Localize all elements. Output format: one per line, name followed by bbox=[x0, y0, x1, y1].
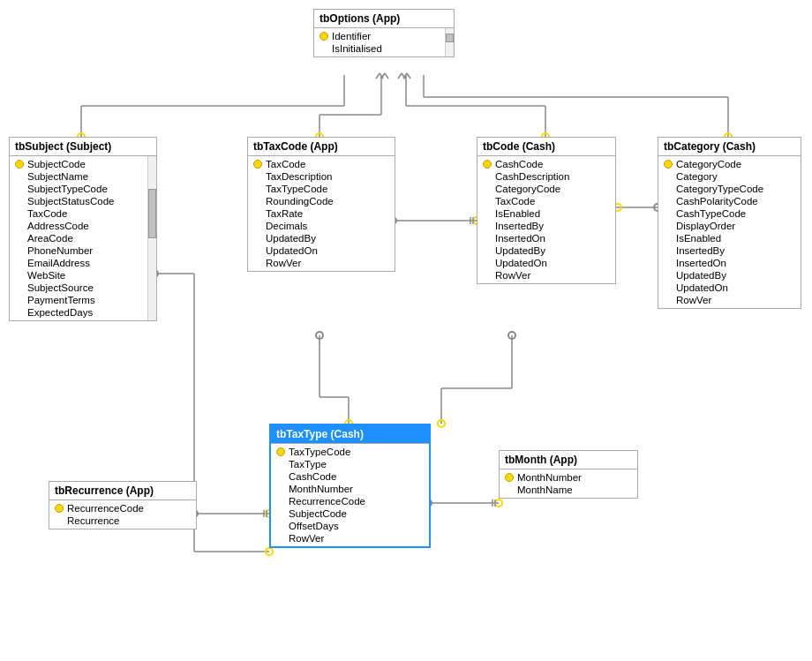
field-row: CashDescription bbox=[477, 170, 615, 183]
field-row: CashTypeCode bbox=[658, 207, 801, 220]
svg-line-57 bbox=[407, 73, 410, 79]
field-row: EmailAddress bbox=[10, 257, 146, 269]
field-row: CashPolarityCode bbox=[658, 195, 801, 207]
field-row: CategoryCode bbox=[477, 183, 615, 195]
field-row: SubjectSource bbox=[10, 282, 146, 294]
field-row: UpdatedOn bbox=[477, 257, 615, 269]
table-tbMonth: tbMonth (App) MonthNumber MonthName bbox=[499, 450, 638, 499]
field-row: TaxCode bbox=[10, 207, 146, 220]
table-tbCategory-body: CategoryCode Category CategoryTypeCode C… bbox=[658, 156, 801, 308]
pk-icon bbox=[320, 32, 328, 41]
table-tbMonth-header: tbMonth (App) bbox=[500, 451, 637, 469]
table-tbCode-body: CashCode CashDescription CategoryCode Ta… bbox=[477, 156, 615, 283]
table-tbTaxType-header: tbTaxType (Cash) bbox=[271, 425, 429, 444]
field-row: InsertedBy bbox=[658, 244, 801, 257]
table-tbCategory-header: tbCategory (Cash) bbox=[658, 138, 801, 156]
diagram-canvas: tbOptions (App) Identifier IsInitialised… bbox=[0, 0, 812, 661]
scrollbar[interactable] bbox=[147, 156, 156, 320]
field-row: IsEnabled bbox=[477, 207, 615, 220]
pk-icon bbox=[276, 447, 285, 456]
field-row: RowVer bbox=[248, 257, 395, 269]
field-row: WebSite bbox=[10, 269, 146, 282]
field-row: TaxRate bbox=[248, 207, 395, 220]
field-row: UpdatedBy bbox=[477, 244, 615, 257]
field-row: InsertedBy bbox=[477, 220, 615, 232]
field-row: Identifier bbox=[314, 30, 443, 42]
field-row: TaxTypeCode bbox=[271, 446, 429, 458]
field-row: UpdatedBy bbox=[248, 232, 395, 244]
table-tbOptions-header: tbOptions (App) bbox=[314, 10, 454, 28]
pk-icon bbox=[664, 160, 673, 169]
svg-point-30 bbox=[438, 420, 445, 427]
field-row: RowVer bbox=[658, 294, 801, 306]
field-row: CategoryCode bbox=[658, 158, 801, 170]
table-tbTaxCode: tbTaxCode (App) TaxCode TaxDescription T… bbox=[247, 137, 395, 272]
connections-svg bbox=[0, 0, 812, 661]
field-row: InsertedOn bbox=[658, 257, 801, 269]
field-row: TaxCode bbox=[477, 195, 615, 207]
field-row: SubjectCode bbox=[10, 158, 146, 170]
table-tbTaxType: tbTaxType (Cash) TaxTypeCode TaxType Cas… bbox=[269, 424, 431, 548]
table-tbTaxCode-body: TaxCode TaxDescription TaxTypeCode Round… bbox=[248, 156, 395, 271]
table-tbSubject-header: tbSubject (Subject) bbox=[10, 138, 156, 156]
field-row: DisplayOrder bbox=[658, 220, 801, 232]
svg-line-51 bbox=[380, 73, 383, 79]
svg-point-20 bbox=[266, 548, 273, 555]
field-row: CashCode bbox=[271, 470, 429, 483]
field-row: RecurrenceCode bbox=[271, 495, 429, 507]
field-row: TaxDescription bbox=[248, 170, 395, 183]
table-tbRecurrence-body: RecurrenceCode Recurrence bbox=[49, 500, 196, 529]
field-row: ExpectedDays bbox=[10, 306, 146, 319]
svg-line-52 bbox=[381, 73, 385, 79]
field-row: RecurrenceCode bbox=[49, 502, 196, 515]
table-tbTaxCode-header: tbTaxCode (App) bbox=[248, 138, 395, 156]
field-row: UpdatedOn bbox=[248, 244, 395, 257]
table-tbSubject: tbSubject (Subject) SubjectCode SubjectN… bbox=[9, 137, 157, 321]
field-row: PaymentTerms bbox=[10, 294, 146, 306]
field-row: AddressCode bbox=[10, 220, 146, 232]
field-row: CashCode bbox=[477, 158, 615, 170]
field-row: Category bbox=[658, 170, 801, 183]
field-row: UpdatedBy bbox=[658, 269, 801, 282]
table-tbMonth-body: MonthNumber MonthName bbox=[500, 469, 637, 498]
field-row: OffsetDays bbox=[271, 520, 429, 532]
field-row: RowVer bbox=[477, 269, 615, 282]
field-row: RowVer bbox=[271, 532, 429, 545]
field-row: RoundingCode bbox=[248, 195, 395, 207]
table-tbRecurrence-header: tbRecurrence (App) bbox=[49, 482, 196, 500]
field-row: SubjectStatusCode bbox=[10, 195, 146, 207]
field-row: MonthNumber bbox=[500, 471, 637, 484]
table-tbRecurrence: tbRecurrence (App) RecurrenceCode Recurr… bbox=[49, 481, 197, 530]
pk-icon bbox=[253, 160, 262, 169]
field-row: IsEnabled bbox=[658, 232, 801, 244]
field-row: Decimals bbox=[248, 220, 395, 232]
svg-point-29 bbox=[508, 332, 515, 339]
table-tbOptions-body: Identifier IsInitialised bbox=[314, 28, 454, 56]
field-row: TaxType bbox=[271, 458, 429, 470]
table-tbOptions: tbOptions (App) Identifier IsInitialised bbox=[313, 9, 455, 57]
field-row: IsInitialised bbox=[314, 42, 443, 55]
field-row: MonthNumber bbox=[271, 483, 429, 495]
svg-point-24 bbox=[316, 332, 323, 339]
pk-icon bbox=[15, 160, 24, 169]
svg-line-54 bbox=[398, 73, 402, 79]
field-row: TaxTypeCode bbox=[248, 183, 395, 195]
field-row: Recurrence bbox=[49, 515, 196, 527]
table-tbCategory: tbCategory (Cash) CategoryCode Category … bbox=[658, 137, 801, 309]
field-row: SubjectName bbox=[10, 170, 146, 183]
field-row: SubjectTypeCode bbox=[10, 183, 146, 195]
field-row: CategoryTypeCode bbox=[658, 183, 801, 195]
scrollbar[interactable] bbox=[445, 28, 454, 56]
table-tbTaxType-body: TaxTypeCode TaxType CashCode MonthNumber… bbox=[271, 444, 429, 546]
table-tbCode-header: tbCode (Cash) bbox=[477, 138, 615, 156]
svg-line-50 bbox=[376, 73, 380, 79]
field-row: AreaCode bbox=[10, 232, 146, 244]
field-row: TaxCode bbox=[248, 158, 395, 170]
scroll-thumb[interactable] bbox=[446, 34, 454, 42]
pk-icon bbox=[505, 473, 514, 482]
field-row: InsertedOn bbox=[477, 232, 615, 244]
field-row: SubjectCode bbox=[271, 507, 429, 520]
field-row: PhoneNumber bbox=[10, 244, 146, 257]
pk-icon bbox=[483, 160, 492, 169]
scroll-thumb[interactable] bbox=[148, 189, 156, 238]
